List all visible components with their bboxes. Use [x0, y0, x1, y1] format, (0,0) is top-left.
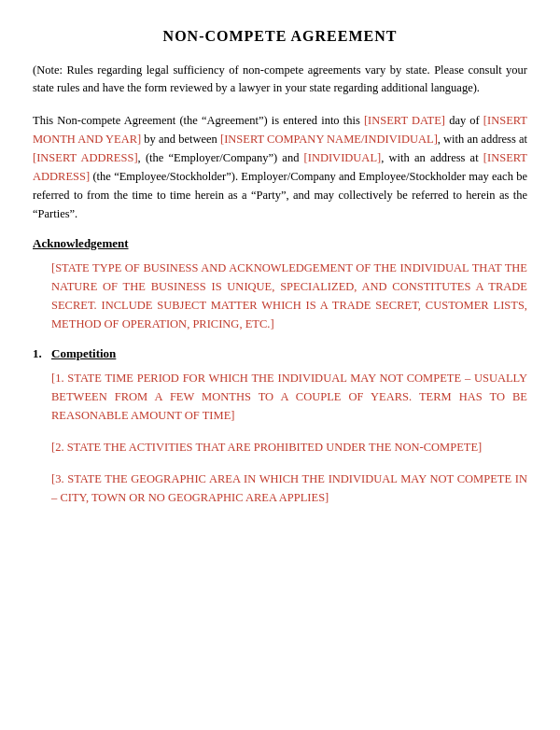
insert-company: [INSERT COMPANY NAME/INDIVIDUAL]	[220, 133, 438, 146]
intro-text-3: by and between	[141, 133, 220, 146]
intro-text-4: , with an address at	[438, 133, 527, 146]
competition-item-1: [1. STATE TIME PERIOD FOR WHICH THE INDI…	[51, 369, 527, 425]
insert-individual: [INDIVIDUAL]	[304, 151, 382, 164]
competition-number: 1.	[33, 346, 48, 361]
intro-text-7: (the “Employee/Stockholder”). Employer/C…	[33, 170, 527, 220]
intro-text-5: , (the “Employer/Company”) and	[138, 151, 304, 164]
intro-text-2: day of	[445, 114, 483, 127]
acknowledgement-content: [STATE TYPE OF BUSINESS AND ACKNOWLEDGEM…	[51, 259, 527, 333]
intro-paragraph: This Non-compete Agreement (the “Agreeme…	[33, 111, 527, 223]
acknowledgement-heading: Acknowledgement	[33, 236, 527, 251]
document-container: NON-COMPETE AGREEMENT (Note: Rules regar…	[0, 0, 560, 730]
insert-date: [INSERT DATE]	[364, 114, 445, 127]
note-text: (Note: Rules regarding legal sufficiency…	[33, 63, 527, 94]
note-paragraph: (Note: Rules regarding legal sufficiency…	[33, 62, 527, 98]
intro-text-6: , with an address at	[381, 151, 483, 164]
insert-address-1: [INSERT ADDRESS]	[33, 151, 138, 164]
competition-item-3: [3. STATE THE GEOGRAPHIC AREA IN WHICH T…	[51, 470, 527, 507]
document-title: NON-COMPETE AGREEMENT	[33, 28, 527, 45]
competition-heading: Competition	[51, 346, 116, 361]
competition-content: [1. STATE TIME PERIOD FOR WHICH THE INDI…	[51, 369, 527, 507]
intro-text-1: This Non-compete Agreement (the “Agreeme…	[33, 114, 364, 127]
competition-item-2: [2. STATE THE ACTIVITIES THAT ARE PROHIB…	[51, 438, 527, 456]
acknowledgement-text: [STATE TYPE OF BUSINESS AND ACKNOWLEDGEM…	[51, 259, 527, 333]
competition-section-header: 1. Competition	[33, 346, 527, 361]
